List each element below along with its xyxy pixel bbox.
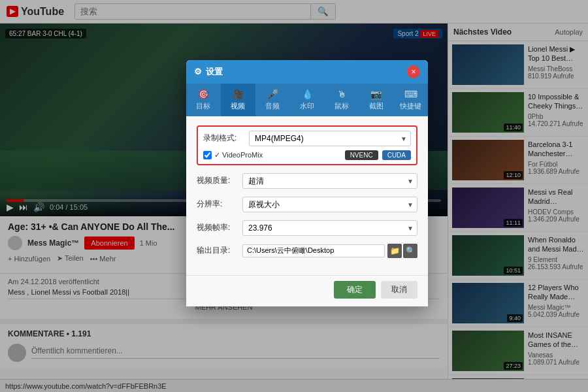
- format-select-wrap: MP4(MPEG4) ▼: [249, 131, 411, 146]
- format-bottom: ✓ VideoProMix NVENC CUDA: [203, 150, 411, 160]
- resolution-row: 分辨率: 原视大小 ▼: [197, 197, 417, 212]
- folder-search-button[interactable]: 🔍: [403, 244, 417, 258]
- tab-label: 鼠标: [335, 101, 349, 111]
- framerate-select[interactable]: 23.976: [242, 220, 417, 236]
- framerate-label: 视频帧率:: [197, 222, 242, 233]
- tab-icon: 🎥: [233, 89, 244, 99]
- hardware-checkbox-label[interactable]: ✓ VideoProMix: [203, 151, 341, 159]
- tab-icon: 🖱: [337, 89, 346, 99]
- format-section: 录制格式: MP4(MPEG4) ▼ ✓ VideoProMix NVENC C…: [197, 125, 417, 165]
- dialog-tabs: 🎯目标🎥视频🎤音频💧水印🖱鼠标📷截图⌨快捷键: [186, 84, 428, 116]
- quality-select-wrap: 超清 ▼: [242, 173, 417, 189]
- cancel-button[interactable]: 取消: [381, 281, 417, 299]
- output-input[interactable]: [242, 244, 385, 257]
- tab-icon: ⌨: [404, 89, 417, 99]
- dialog-tab-鼠标[interactable]: 🖱鼠标: [324, 84, 359, 116]
- confirm-button[interactable]: 确定: [334, 281, 376, 299]
- dialog-footer: 确定 取消: [186, 275, 428, 306]
- dialog-title-bar: ⚙ 设置 ×: [186, 60, 428, 84]
- format-select[interactable]: MP4(MPEG4): [249, 131, 411, 146]
- resolution-select-wrap: 原视大小 ▼: [242, 197, 417, 212]
- dialog-tab-视频[interactable]: 🎥视频: [221, 84, 255, 116]
- tab-label: 音频: [265, 101, 280, 111]
- tab-label: 视频: [231, 101, 245, 111]
- gear-icon: ⚙: [194, 67, 202, 76]
- framerate-select-wrap: 23.976 ▼: [242, 220, 417, 236]
- tab-label: 快捷键: [400, 101, 421, 111]
- settings-dialog: ⚙ 设置 × 🎯目标🎥视频🎤音频💧水印🖱鼠标📷截图⌨快捷键 录制格式: MP4(…: [186, 60, 428, 306]
- tab-label: 水印: [300, 101, 314, 111]
- resolution-label: 分辨率:: [197, 199, 242, 210]
- tab-label: 截图: [369, 101, 384, 111]
- quality-label: 视频质量:: [197, 175, 242, 186]
- dialog-title: ⚙ 设置: [194, 66, 223, 78]
- tab-icon: 💧: [302, 89, 313, 99]
- output-label: 输出目录:: [197, 245, 242, 256]
- dialog-tab-水印[interactable]: 💧水印: [290, 84, 325, 116]
- quality-select[interactable]: 超清: [242, 173, 417, 189]
- folder-open-button[interactable]: 📁: [387, 244, 402, 258]
- dialog-tab-音频[interactable]: 🎤音频: [255, 84, 290, 116]
- dialog-close-button[interactable]: ×: [407, 65, 420, 78]
- dialog-tab-目标[interactable]: 🎯目标: [186, 84, 221, 116]
- folder-buttons: 📁 🔍: [387, 244, 417, 258]
- nvenc-button[interactable]: NVENC: [345, 150, 378, 160]
- dialog-overlay: ⚙ 设置 × 🎯目标🎥视频🎤音频💧水印🖱鼠标📷截图⌨快捷键 录制格式: MP4(…: [0, 0, 588, 392]
- framerate-row: 视频帧率: 23.976 ▼: [197, 220, 417, 236]
- dialog-tab-截图[interactable]: 📷截图: [359, 84, 393, 116]
- dialog-body: 录制格式: MP4(MPEG4) ▼ ✓ VideoProMix NVENC C…: [186, 116, 428, 275]
- cuda-button[interactable]: CUDA: [382, 150, 411, 160]
- dialog-tab-快捷键[interactable]: ⌨快捷键: [393, 84, 428, 116]
- folder-row: 📁 🔍: [242, 244, 417, 258]
- tab-icon: 🎤: [267, 89, 278, 99]
- tab-icon: 🎯: [198, 89, 209, 99]
- format-top: 录制格式: MP4(MPEG4) ▼: [203, 131, 411, 146]
- hardware-checkbox[interactable]: [203, 151, 212, 159]
- format-label: 录制格式:: [203, 133, 249, 144]
- quality-row: 视频质量: 超清 ▼: [197, 173, 417, 189]
- output-row: 输出目录: 📁 🔍: [197, 244, 417, 258]
- resolution-select[interactable]: 原视大小: [242, 197, 417, 212]
- tab-label: 目标: [196, 101, 210, 111]
- tab-icon: 📷: [370, 89, 382, 99]
